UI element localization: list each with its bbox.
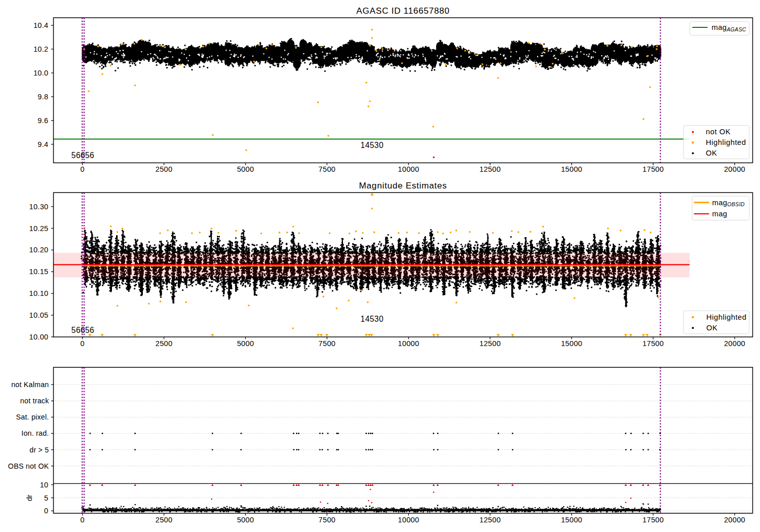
svg-text:56656: 56656 [71,151,94,160]
svg-text:10.15: 10.15 [29,268,48,276]
svg-text:9.8: 9.8 [37,93,48,101]
svg-text:10: 10 [40,481,49,489]
svg-text:10.4: 10.4 [33,21,49,29]
svg-text:14530: 14530 [361,315,384,323]
svg-text:20000: 20000 [724,339,745,348]
svg-text:5000: 5000 [237,516,254,524]
svg-text:5000: 5000 [237,339,254,348]
svg-text:0: 0 [80,165,84,173]
svg-text:dr: dr [25,495,33,501]
svg-text:12500: 12500 [479,339,501,348]
svg-text:2500: 2500 [156,165,173,173]
svg-text:9.6: 9.6 [37,117,48,125]
svg-text:OK: OK [706,149,717,157]
svg-text:10.30: 10.30 [29,203,48,211]
svg-text:10.00: 10.00 [29,333,48,341]
svg-text:7500: 7500 [319,516,336,524]
svg-text:0: 0 [80,339,84,348]
svg-text:12500: 12500 [479,516,501,524]
svg-text:10.20: 10.20 [29,246,48,254]
svg-text:Magnitude Estimates: Magnitude Estimates [359,180,447,191]
svg-text:20000: 20000 [724,516,745,524]
svg-text:10.25: 10.25 [29,224,48,233]
svg-text:Highlighted: Highlighted [706,138,746,146]
svg-text:Highlighted: Highlighted [706,313,747,321]
svg-text:10000: 10000 [398,165,419,173]
svg-text:OK: OK [706,324,717,332]
svg-text:10.2: 10.2 [33,45,49,53]
svg-text:12500: 12500 [479,165,501,173]
svg-text:5000: 5000 [237,165,254,173]
svg-text:AGASC ID 116657880: AGASC ID 116657880 [356,6,449,16]
svg-text:10000: 10000 [398,339,419,348]
svg-text:Ion. rad.: Ion. rad. [21,429,49,437]
svg-text:15000: 15000 [561,339,582,348]
svg-text:7500: 7500 [319,165,336,173]
svg-text:56656: 56656 [71,326,94,334]
svg-text:17500: 17500 [642,516,664,524]
svg-text:2500: 2500 [156,339,173,348]
svg-text:Sat. pixel.: Sat. pixel. [16,413,49,421]
svg-text:9.4: 9.4 [37,140,48,148]
svg-text:dr > 5: dr > 5 [29,446,49,454]
svg-text:2500: 2500 [156,516,173,524]
svg-text:17500: 17500 [642,339,664,348]
svg-text:10.0: 10.0 [33,69,49,77]
svg-text:17500: 17500 [642,165,664,173]
svg-text:15000: 15000 [561,516,582,524]
svg-text:10.10: 10.10 [29,289,48,297]
svg-text:not OK: not OK [706,128,731,136]
svg-text:7500: 7500 [319,339,336,348]
svg-text:not track: not track [20,397,49,405]
svg-text:mag: mag [712,210,728,218]
svg-text:20000: 20000 [724,165,745,173]
svg-text:15000: 15000 [561,165,582,173]
svg-text:0: 0 [80,516,84,524]
svg-text:10.05: 10.05 [29,311,48,319]
svg-text:OBS not OK: OBS not OK [8,462,49,470]
svg-text:5: 5 [44,494,48,502]
svg-text:not Kalman: not Kalman [11,381,49,389]
svg-text:0: 0 [44,507,48,515]
svg-text:10000: 10000 [398,516,419,524]
svg-text:14530: 14530 [361,141,384,149]
